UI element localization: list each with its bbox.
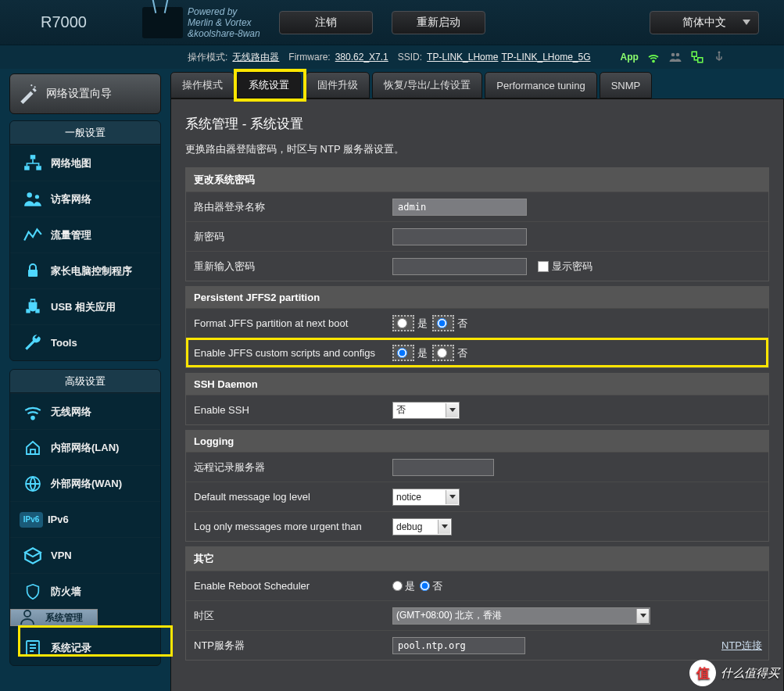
section-password: 更改系统密码 路由器登录名称 新密码 重新输入密码 显示密码 (185, 167, 769, 281)
retype-password-field[interactable] (392, 258, 527, 275)
powered-by: Powered by Merlin & Vortex &koolshare-8w… (188, 6, 260, 39)
brand: R7000 (17, 13, 142, 31)
svg-point-18 (24, 610, 30, 617)
nav-administration[interactable]: 系统管理 (10, 609, 98, 626)
svg-rect-4 (698, 58, 703, 63)
jffs-scripts-yes-radio[interactable] (397, 348, 407, 358)
reboot-yes-radio[interactable] (392, 581, 403, 591)
timezone-select[interactable]: (GMT+08:00) 北京，香港 (392, 607, 650, 625)
nav-parental[interactable]: 家长电脑控制程序 (10, 252, 160, 288)
router-illustration (142, 7, 183, 38)
firmware-link[interactable]: 380.62_X7.1 (335, 52, 388, 63)
chevron-down-icon (438, 520, 450, 534)
svg-rect-14 (28, 270, 38, 277)
svg-point-13 (35, 195, 39, 199)
tab-restore[interactable]: 恢复/导出/上传设置 (372, 72, 482, 98)
tab-perf-tuning[interactable]: Performance tuning (485, 72, 596, 98)
nav-vpn[interactable]: VPN (10, 537, 160, 573)
show-password-checkbox[interactable] (538, 261, 549, 272)
reboot-no-radio[interactable] (420, 581, 430, 591)
nav-wan[interactable]: 外部网络(WAN) (10, 465, 160, 501)
new-password-field[interactable] (392, 228, 527, 245)
nav-usb[interactable]: USB 相关应用 (10, 288, 160, 324)
chevron-down-icon (446, 403, 458, 417)
language-select[interactable]: 简体中文 (650, 11, 759, 34)
format-no-radio[interactable] (437, 318, 447, 328)
network-icon[interactable] (690, 50, 704, 64)
chevron-down-icon (446, 490, 458, 504)
nav-lan[interactable]: 内部网络(LAN) (10, 429, 160, 465)
log-urgent-select[interactable]: debug (392, 518, 452, 535)
ssid-2g-link[interactable]: TP-LINK_LHome (427, 52, 498, 63)
tab-op-mode[interactable]: 操作模式 (170, 72, 234, 98)
tab-firmware[interactable]: 固件升级 (306, 72, 370, 98)
svg-point-7 (34, 86, 36, 88)
status-bar: 操作模式:无线路由器 Firmware:380.62_X7.1 SSID: TP… (0, 45, 784, 69)
ntp-link[interactable]: NTP连接 (721, 639, 762, 653)
ntp-server-field[interactable] (392, 637, 525, 654)
page-desc: 更换路由器登陆密码，时区与 NTP 服务器设置。 (185, 141, 769, 167)
clients-icon[interactable] (668, 50, 682, 64)
usb-icon[interactable] (712, 50, 726, 64)
language-label: 简体中文 (682, 16, 726, 30)
logout-button[interactable]: 注销 (279, 11, 373, 34)
tab-snmp[interactable]: SNMP (600, 72, 653, 98)
svg-point-5 (718, 52, 720, 54)
watermark-badge-icon: 值 (689, 660, 716, 686)
svg-point-1 (671, 53, 675, 57)
nav-traffic[interactable]: 流量管理 (10, 217, 160, 252)
panel-general-header: 一般设置 (10, 121, 160, 145)
svg-point-2 (676, 53, 680, 57)
nav-wireless[interactable]: 无线网络 (10, 393, 160, 429)
svg-point-15 (31, 416, 34, 418)
format-yes-radio[interactable] (397, 318, 407, 328)
nav-syslog[interactable]: 系统记录 (10, 629, 160, 665)
jffs-scripts-row: Enable JFFS custom scripts and configs 是… (186, 338, 768, 367)
nav-firewall[interactable]: 防火墙 (10, 573, 160, 609)
nav-network-map[interactable]: 网络地图 (10, 145, 160, 181)
svg-rect-10 (24, 166, 30, 170)
svg-rect-3 (692, 52, 696, 56)
svg-rect-16 (30, 449, 35, 454)
svg-point-0 (653, 60, 654, 62)
section-misc: 其它 Enable Reboot Scheduler 是 否 时区 (GMT+0… (185, 546, 769, 661)
panel-advanced-header: 高级设置 (10, 370, 160, 393)
nav-guest-network[interactable]: 访客网络 (10, 181, 160, 217)
app-link[interactable]: App (621, 52, 639, 63)
chevron-down-icon (636, 609, 649, 623)
svg-rect-11 (36, 166, 41, 170)
remote-log-server-field[interactable] (392, 459, 494, 476)
log-level-select[interactable]: notice (392, 489, 460, 506)
tab-system-settings[interactable]: 系统设置 (237, 72, 301, 98)
reboot-button[interactable]: 重新启动 (392, 11, 485, 34)
ssid-5g-link[interactable]: TP-LINK_LHome_5G (501, 52, 590, 63)
jffs-scripts-no-radio[interactable] (437, 348, 447, 358)
nav-tools[interactable]: Tools (10, 324, 160, 360)
tabs: 操作模式 系统设置 固件升级 恢复/导出/上传设置 Performance tu… (170, 72, 784, 98)
login-name-field[interactable] (392, 199, 527, 216)
section-ssh: SSH Daemon Enable SSH 否 (185, 373, 769, 425)
wizard-button[interactable]: 网络设置向导 (9, 73, 161, 114)
op-mode-link[interactable]: 无线路由器 (232, 51, 279, 64)
page-title: 系统管理 - 系统设置 (185, 112, 769, 141)
wifi-icon[interactable] (646, 50, 660, 64)
svg-point-12 (27, 192, 32, 198)
section-logging: Logging 远程记录服务器 Default message log leve… (185, 430, 769, 542)
watermark: 值 什么值得买 (689, 660, 779, 686)
svg-rect-9 (30, 155, 36, 159)
svg-point-8 (30, 84, 32, 86)
section-jffs: Persistent JFFS2 partition Format JFFS p… (185, 286, 769, 368)
nav-ipv6[interactable]: IPv6IPv6 (10, 501, 160, 537)
enable-ssh-select[interactable]: 否 (392, 402, 460, 419)
chevron-down-icon (743, 20, 750, 25)
